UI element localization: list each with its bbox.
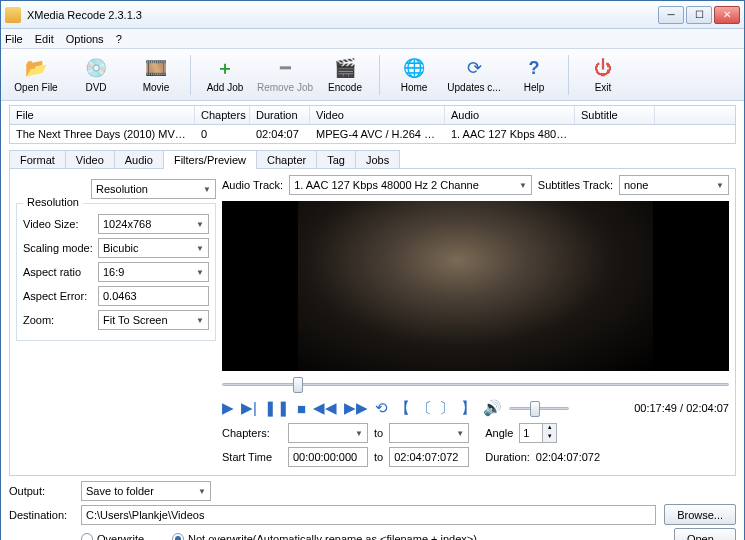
duration-value: 02:04:07:072 bbox=[536, 451, 600, 463]
filter-mode-select[interactable]: Resolution▼ bbox=[91, 179, 216, 199]
audio-track-select[interactable]: 1. AAC 127 Kbps 48000 Hz 2 Channe▼ bbox=[289, 175, 532, 195]
group-title: Resolution bbox=[23, 196, 83, 208]
plus-icon: ＋ bbox=[213, 56, 237, 80]
separator bbox=[190, 55, 191, 95]
overwrite-radio[interactable]: Overwrite bbox=[81, 533, 144, 541]
output-mode-select[interactable]: Save to folder▼ bbox=[81, 481, 211, 501]
menu-file[interactable]: File bbox=[5, 33, 23, 45]
col-file[interactable]: File bbox=[10, 106, 195, 124]
remove-job-button[interactable]: ━Remove Job bbox=[256, 52, 314, 98]
audio-track-label: Audio Track: bbox=[222, 179, 283, 191]
seek-slider[interactable] bbox=[222, 375, 729, 393]
chevron-down-icon[interactable]: ▼ bbox=[542, 433, 556, 442]
col-duration[interactable]: Duration bbox=[250, 106, 310, 124]
scaling-mode-select[interactable]: Bicubic▼ bbox=[98, 238, 209, 258]
stop-button[interactable]: ■ bbox=[297, 400, 306, 417]
start-time-field[interactable]: 00:00:00:000 bbox=[288, 447, 368, 467]
time-display: 00:17:49 / 02:04:07 bbox=[634, 402, 729, 414]
add-job-button[interactable]: ＋Add Job bbox=[196, 52, 254, 98]
film-icon: 🎞️ bbox=[144, 56, 168, 80]
zoom-select[interactable]: Fit To Screen▼ bbox=[98, 310, 209, 330]
chevron-down-icon: ▼ bbox=[203, 185, 211, 194]
dvd-button[interactable]: 💿DVD bbox=[67, 52, 125, 98]
forward-button[interactable]: ▶▶ bbox=[344, 399, 368, 417]
next-frame-button[interactable]: ▶| bbox=[241, 399, 257, 417]
aspect-error-field[interactable]: 0.0463 bbox=[98, 286, 209, 306]
tab-filters-preview[interactable]: Filters/Preview bbox=[163, 150, 257, 169]
video-size-select[interactable]: 1024x768▼ bbox=[98, 214, 209, 234]
tab-jobs[interactable]: Jobs bbox=[355, 150, 400, 169]
separator bbox=[379, 55, 380, 95]
exit-button[interactable]: ⏻Exit bbox=[574, 52, 632, 98]
mark-in-button[interactable]: 【 bbox=[395, 399, 410, 418]
menu-edit[interactable]: Edit bbox=[35, 33, 54, 45]
col-subtitle[interactable]: Subtitle bbox=[575, 106, 655, 124]
table-row[interactable]: The Next Three Days (2010) MV4 NL ... 0 … bbox=[10, 125, 735, 143]
open-button[interactable]: Open... bbox=[674, 528, 736, 540]
window-title: XMedia Recode 2.3.1.3 bbox=[27, 9, 658, 21]
encode-button[interactable]: 🎬Encode bbox=[316, 52, 374, 98]
separator bbox=[568, 55, 569, 95]
chapter-to-select[interactable]: ▼ bbox=[389, 423, 469, 443]
subtitles-track-select[interactable]: none▼ bbox=[619, 175, 729, 195]
app-icon bbox=[5, 7, 21, 23]
chevron-down-icon: ▼ bbox=[456, 429, 464, 438]
col-chapters[interactable]: Chapters bbox=[195, 106, 250, 124]
end-time-field[interactable]: 02:04:07:072 bbox=[389, 447, 469, 467]
chevron-down-icon: ▼ bbox=[196, 244, 204, 253]
help-button[interactable]: ?Help bbox=[505, 52, 563, 98]
globe-icon: 🌐 bbox=[402, 56, 426, 80]
chevron-down-icon: ▼ bbox=[198, 487, 206, 496]
chevron-down-icon: ▼ bbox=[196, 316, 204, 325]
aspect-ratio-select[interactable]: 16:9▼ bbox=[98, 262, 209, 282]
col-audio[interactable]: Audio bbox=[445, 106, 575, 124]
home-button[interactable]: 🌐Home bbox=[385, 52, 443, 98]
chevron-down-icon: ▼ bbox=[716, 181, 724, 190]
col-video[interactable]: Video bbox=[310, 106, 445, 124]
power-icon: ⏻ bbox=[591, 56, 615, 80]
tab-chapter[interactable]: Chapter bbox=[256, 150, 317, 169]
chevron-down-icon: ▼ bbox=[196, 220, 204, 229]
menu-options[interactable]: Options bbox=[66, 33, 104, 45]
subtitles-track-label: Subtitles Track: bbox=[538, 179, 613, 191]
pause-button[interactable]: ❚❚ bbox=[264, 399, 290, 417]
play-button[interactable]: ▶ bbox=[222, 399, 234, 417]
disc-icon: 💿 bbox=[84, 56, 108, 80]
menu-help[interactable]: ? bbox=[116, 33, 122, 45]
volume-slider[interactable] bbox=[509, 399, 569, 417]
minimize-button[interactable]: ─ bbox=[658, 6, 684, 24]
tab-video[interactable]: Video bbox=[65, 150, 115, 169]
mark-begin-button[interactable]: 〔 bbox=[417, 399, 432, 418]
folder-open-icon: 📂 bbox=[24, 56, 48, 80]
video-preview bbox=[222, 201, 729, 371]
tab-audio[interactable]: Audio bbox=[114, 150, 164, 169]
minus-icon: ━ bbox=[273, 56, 297, 80]
open-file-button[interactable]: 📂Open File bbox=[7, 52, 65, 98]
chapter-from-select[interactable]: ▼ bbox=[288, 423, 368, 443]
rewind-button[interactable]: ◀◀ bbox=[313, 399, 337, 417]
refresh-icon: ⟳ bbox=[462, 56, 486, 80]
question-icon: ? bbox=[522, 56, 546, 80]
tab-format[interactable]: Format bbox=[9, 150, 66, 169]
angle-stepper[interactable]: 1▲▼ bbox=[519, 423, 557, 443]
volume-icon[interactable]: 🔊 bbox=[483, 399, 502, 417]
not-overwrite-radio[interactable]: Not overwrite(Automatically rename as <f… bbox=[172, 533, 477, 541]
mark-out-button[interactable]: 】 bbox=[461, 399, 476, 418]
chevron-down-icon: ▼ bbox=[196, 268, 204, 277]
loop-button[interactable]: ⟲ bbox=[375, 399, 388, 417]
mark-end-button[interactable]: 〕 bbox=[439, 399, 454, 418]
chevron-up-icon[interactable]: ▲ bbox=[542, 424, 556, 433]
maximize-button[interactable]: ☐ bbox=[686, 6, 712, 24]
chevron-down-icon: ▼ bbox=[355, 429, 363, 438]
chevron-down-icon: ▼ bbox=[519, 181, 527, 190]
destination-field[interactable]: C:\Users\Plankje\Videos bbox=[81, 505, 656, 525]
updates-button[interactable]: ⟳Updates c... bbox=[445, 52, 503, 98]
clapper-icon: 🎬 bbox=[333, 56, 357, 80]
tab-tag[interactable]: Tag bbox=[316, 150, 356, 169]
browse-button[interactable]: Browse... bbox=[664, 504, 736, 525]
close-button[interactable]: ✕ bbox=[714, 6, 740, 24]
file-grid: File Chapters Duration Video Audio Subti… bbox=[9, 105, 736, 144]
movie-button[interactable]: 🎞️Movie bbox=[127, 52, 185, 98]
